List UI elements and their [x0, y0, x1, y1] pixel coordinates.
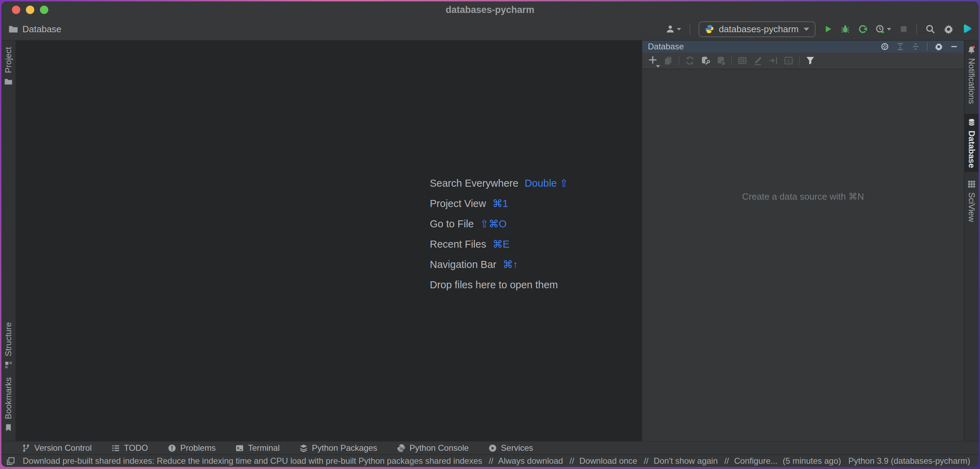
tool-window-tab-project[interactable]: Project [2, 43, 15, 90]
tool-window-tab-structure[interactable]: Structure [2, 318, 15, 373]
terminal-icon [235, 444, 244, 453]
shortcut-row: Navigation Bar ⌘↑ [430, 254, 568, 274]
tool-window-button-label: Terminal [248, 443, 280, 453]
structure-icon [4, 361, 13, 369]
hide-panel-icon[interactable] [950, 42, 958, 51]
breadcrumb[interactable]: Database [8, 24, 61, 35]
tab-label: Bookmarks [3, 377, 13, 419]
table-view-icon [737, 56, 747, 65]
tool-window-button-python-console[interactable]: Python Console [397, 443, 469, 453]
stop-icon [899, 25, 908, 33]
tab-label: SciView [967, 192, 977, 222]
layers-icon [299, 444, 308, 453]
bookmark-icon [4, 423, 13, 432]
left-tool-window-strip: Project Structure Bookmarks [2, 41, 16, 441]
tool-window-tab-notifications[interactable]: Notifications [965, 41, 978, 108]
status-link-download-once[interactable]: Download once [579, 456, 637, 466]
status-separator: // [570, 456, 574, 466]
play-icon [824, 25, 832, 33]
run-configuration-label: databases-pycharm [719, 24, 799, 35]
tool-window-tab-database[interactable]: Database [965, 114, 978, 172]
main-toolbar: databases-pycharm [666, 21, 972, 37]
tool-window-button-label: TODO [124, 443, 148, 453]
debug-button[interactable] [841, 24, 850, 34]
shortcut-keys: ⌘E [492, 238, 509, 250]
tool-window-button-services[interactable]: Services [488, 443, 533, 453]
tool-window-button-version-control[interactable]: Version Control [22, 443, 92, 453]
shortcut-label: Go to File [430, 218, 474, 230]
status-message-text: Download pre-built shared indexes: Reduc… [23, 456, 482, 466]
tool-window-button-terminal[interactable]: Terminal [235, 443, 280, 453]
user-account-button[interactable] [666, 24, 681, 34]
run-configuration-selector[interactable]: databases-pycharm [698, 21, 816, 37]
settings-button[interactable] [943, 24, 953, 34]
jump-to-console-icon [768, 56, 778, 65]
run-with-coverage-button[interactable] [858, 24, 867, 34]
notifications-bell-icon [967, 46, 976, 54]
shortcut-row: Project View ⌘1 [430, 193, 568, 214]
minimize-button[interactable] [26, 6, 34, 14]
new-data-source-button[interactable] [648, 55, 658, 66]
profiler-button[interactable] [876, 24, 891, 34]
tool-window-button-python-packages[interactable]: Python Packages [299, 443, 377, 453]
chevron-down-icon [677, 28, 681, 30]
chevron-down-icon [656, 65, 660, 68]
pycharm-window: databases-pycharm Database [2, 2, 978, 467]
python-interpreter-selector[interactable]: Python 3.9 (databases-pycharm) [848, 456, 970, 466]
title-bar: databases-pycharm [2, 2, 978, 18]
coverage-icon [858, 24, 867, 34]
expand-all-icon[interactable] [896, 42, 904, 51]
python-logo-icon [705, 24, 714, 34]
database-panel-header[interactable]: Database [642, 41, 964, 53]
shortcut-row: Recent Files ⌘E [430, 234, 568, 254]
plus-icon [648, 55, 658, 65]
data-source-properties-icon[interactable] [700, 56, 710, 65]
zoom-button[interactable] [40, 6, 48, 14]
status-separator: // [644, 456, 648, 466]
shortcut-row: Search Everywhere Double ⇧ [430, 173, 568, 193]
tab-label: Project [3, 47, 13, 73]
disconnect-icon [716, 56, 725, 65]
status-separator: // [488, 456, 493, 466]
stacked-windows-icon[interactable] [6, 457, 15, 466]
tool-window-button-label: Python Console [409, 443, 469, 453]
query-console-icon: QL [784, 56, 794, 65]
status-link-configure[interactable]: Configure... [734, 456, 777, 466]
tab-label: Database [967, 131, 977, 168]
toolbar-separator [731, 56, 732, 65]
toolbar-separator [679, 56, 679, 65]
shortcut-label: Project View [430, 198, 486, 209]
database-tool-window: Database [641, 41, 964, 441]
database-panel-body[interactable]: Create a data source with ⌘N [642, 69, 964, 441]
tool-window-button-todo[interactable]: TODO [111, 443, 148, 453]
panel-options-gear-icon[interactable] [934, 42, 943, 51]
services-icon [488, 444, 497, 453]
filter-icon[interactable] [805, 56, 815, 65]
tool-window-tab-bookmarks[interactable]: Bookmarks [2, 373, 15, 436]
shortcut-label: Recent Files [430, 239, 486, 250]
right-tool-window-strip: Notifications Database SciView [964, 41, 978, 441]
desktop-background: databases-pycharm Database [0, 0, 980, 469]
person-icon [666, 24, 675, 34]
status-message: Download pre-built shared indexes: Reduc… [23, 456, 844, 466]
collapse-all-icon[interactable] [912, 42, 920, 51]
folder-icon [8, 24, 18, 34]
tool-window-button-problems[interactable]: Problems [168, 443, 216, 453]
run-button[interactable] [824, 25, 832, 33]
editor-empty-workspace[interactable]: Search Everywhere Double ⇧ Project View … [16, 41, 641, 441]
tool-window-tab-sciview[interactable]: SciView [965, 175, 978, 226]
close-button[interactable] [12, 6, 20, 14]
tab-label: Structure [3, 322, 13, 356]
empty-state-text: Create a data source with ⌘N [742, 191, 864, 202]
status-link-dont-show-again[interactable]: Don't show again [654, 456, 718, 466]
database-panel-toolbar: QL [642, 53, 964, 69]
bug-icon [841, 24, 850, 34]
code-with-me-button[interactable] [962, 24, 972, 34]
search-everywhere-button[interactable] [925, 24, 935, 34]
status-link-always-download[interactable]: Always download [498, 456, 563, 466]
sciview-grid-icon [967, 180, 976, 188]
breadcrumb-item-database[interactable]: Database [22, 24, 61, 35]
locate-target-icon[interactable] [881, 42, 889, 51]
bottom-tool-window-bar: Version Control TODO Problems Terminal P… [2, 441, 978, 454]
shortcut-label: Drop files here to open them [430, 279, 558, 291]
